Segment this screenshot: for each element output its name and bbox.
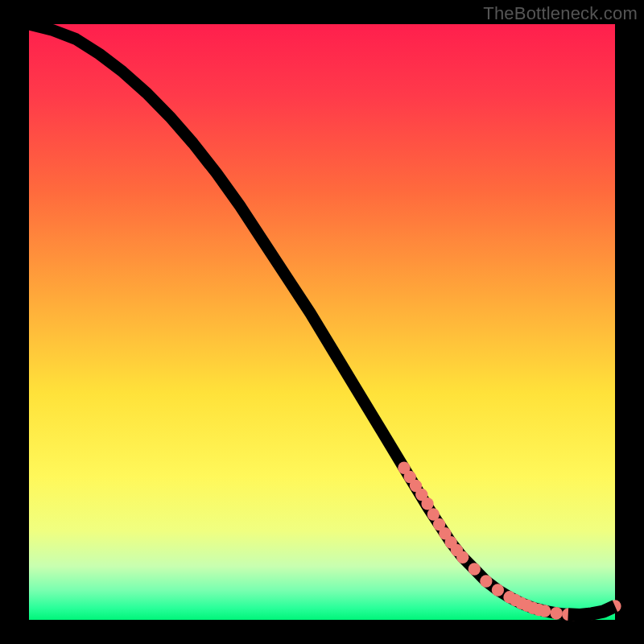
dot (456, 551, 469, 564)
dot (480, 575, 492, 588)
curve-tail (568, 606, 615, 615)
bottleneck-curve (29, 24, 615, 615)
stage: TheBottleneck.com (0, 0, 644, 644)
dot (551, 607, 563, 620)
watermark-text: TheBottleneck.com (483, 3, 638, 24)
dot (469, 563, 481, 576)
dot (492, 584, 504, 597)
chart-plot-area (29, 24, 615, 620)
highlighted-dots (398, 462, 621, 621)
dot (539, 605, 551, 617)
dot (421, 497, 433, 510)
chart-svg (29, 24, 615, 620)
